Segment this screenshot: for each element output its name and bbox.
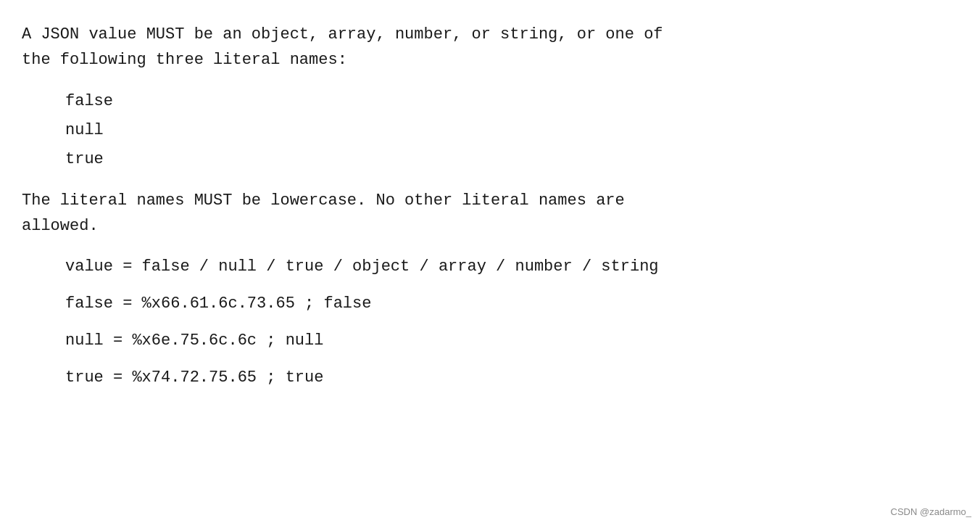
intro-text: A JSON value MUST be an object, array, n… [22, 25, 663, 69]
literal-false: false [65, 87, 957, 116]
grammar-false-text: false = %x66.61.6c.73.65 ; false [65, 295, 371, 313]
literal-names-list: false null true [22, 87, 957, 173]
grammar-value-text: value = false / null / true / object / a… [65, 258, 659, 276]
grammar-value-rule: value = false / null / true / object / a… [22, 254, 957, 279]
paragraph-intro: A JSON value MUST be an object, array, n… [22, 22, 957, 73]
grammar-null-rule: null = %x6e.75.6c.6c ; null [22, 328, 957, 353]
watermark: CSDN @zadarmo_ [891, 506, 971, 517]
literal-null: null [65, 116, 957, 145]
grammar-null-text: null = %x6e.75.6c.6c ; null [65, 331, 323, 350]
main-content: A JSON value MUST be an object, array, n… [22, 22, 957, 390]
literal-true: true [65, 145, 957, 174]
grammar-false-rule: false = %x66.61.6c.73.65 ; false [22, 291, 957, 316]
lowercase-text: The literal names MUST be lowercase. No … [22, 192, 625, 235]
grammar-true-rule: true = %x74.72.75.65 ; true [22, 365, 957, 390]
paragraph-lowercase: The literal names MUST be lowercase. No … [22, 188, 957, 239]
grammar-true-text: true = %x74.72.75.65 ; true [65, 368, 323, 387]
